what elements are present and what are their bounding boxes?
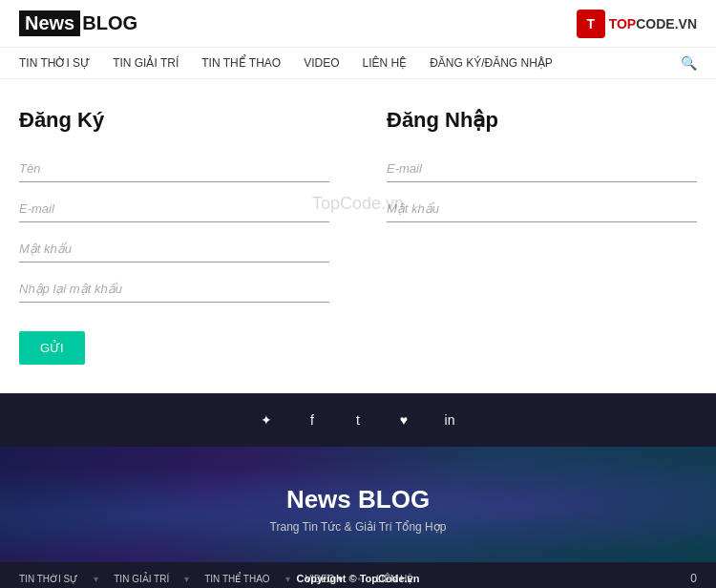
logo-news: News [19,10,80,36]
separator-2: ▾ [184,574,189,584]
linkedin-icon[interactable]: in [440,410,459,430]
login-password-input[interactable] [387,196,697,222]
twitter-icon[interactable]: t [348,410,368,430]
header: News BLOG T TOPCODE.VN [0,0,716,48]
name-input[interactable] [19,156,329,182]
footer-hero: News BLOG Trang Tin Tức & Giải Trí Tổng … [0,447,716,562]
password-field-group [19,236,329,262]
nav-item-contact[interactable]: LIÊN HỆ [363,56,408,70]
footer-logo: News BLOG [19,485,697,514]
bottom-bar-wrapper: TIN THỜI SỰ ▾ TIN GIẢI TRÍ ▾ TIN THỂ THA… [0,562,716,588]
nav-item-auth[interactable]: ĐĂNG KÝ/ĐĂNG NHẬP [430,56,553,70]
facebook-icon[interactable]: f [303,410,322,430]
register-email-input[interactable] [19,196,329,222]
login-title: Đăng Nhập [387,108,697,133]
nav-item-news[interactable]: TIN THỜI SỰ [19,56,90,70]
register-password-input[interactable] [19,236,329,262]
login-form: Đăng Nhập [387,108,697,365]
confirm-password-field-group [19,276,329,303]
register-form: Đăng Ký GỬI [19,108,329,365]
navigation: TIN THỜI SỰ TIN GIẢI TRÍ TIN THỂ THAO VI… [0,48,716,79]
register-submit-button[interactable]: GỬI [19,331,85,365]
instagram-icon[interactable]: ♥ [394,410,413,430]
bottom-bar: TIN THỜI SỰ ▾ TIN GIẢI TRÍ ▾ TIN THỂ THA… [0,562,716,588]
topcode-logo: T TOPCODE.VN [577,10,697,38]
login-email-input[interactable] [387,156,697,182]
nav-item-sports[interactable]: TIN THỂ THAO [201,56,281,70]
topcode-icon: T [577,10,605,38]
bottom-nav-news[interactable]: TIN THỜI SỰ [19,574,78,584]
search-icon[interactable]: 🔍 [681,55,697,71]
nav-item-entertainment[interactable]: TIN GIẢI TRÍ [113,56,179,70]
topcode-text: TOPCODE.VN [609,16,697,32]
footer-social: ✦ f t ♥ in [0,393,716,447]
login-email-field-group [387,156,697,182]
scroll-top-button[interactable]: 0 [690,572,697,585]
bottom-nav-entertainment[interactable]: TIN GIẢI TRÍ [114,574,169,584]
main-content: TopCode.vn Đăng Ký GỬI Đăng Nhập [0,79,716,393]
separator-1: ▾ [94,574,98,584]
register-title: Đăng Ký [19,108,329,133]
name-field-group [19,156,329,182]
bottom-nav-sports[interactable]: TIN THỂ THAO [204,574,269,584]
pinterest-icon[interactable]: ✦ [257,410,276,430]
separator-3: ▾ [285,574,290,584]
confirm-password-input[interactable] [19,276,329,303]
email-field-group [19,196,329,222]
footer-tagline: Trang Tin Tức & Giải Trí Tổng Hợp [19,520,697,534]
nav-item-video[interactable]: VIDEO [304,56,339,70]
login-password-field-group [387,196,697,222]
logo[interactable]: News BLOG [19,10,137,36]
logo-blog: BLOG [82,12,137,34]
copyright: Copyright © TopCode.vn [297,573,420,584]
